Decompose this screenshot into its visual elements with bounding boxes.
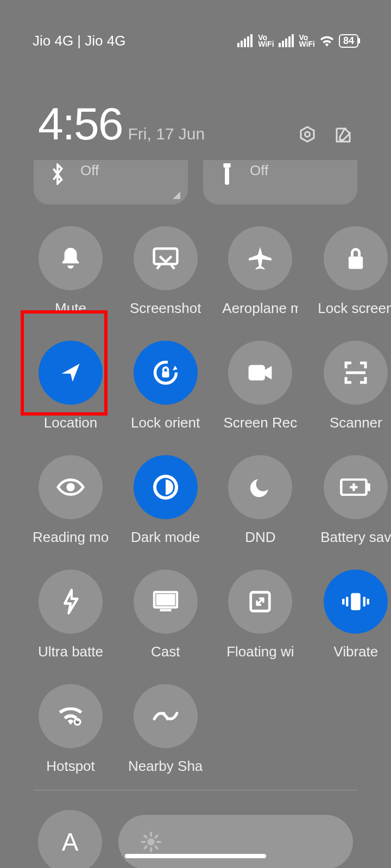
- battery-plus-icon: [340, 478, 371, 496]
- status-bar: Jio 4G | Jio 4G VoWiFi VoWiFi 84: [0, 0, 391, 81]
- location-tile[interactable]: Location: [33, 341, 109, 431]
- signal-icon-2: [279, 34, 294, 47]
- battery-icon: 84: [339, 34, 358, 48]
- aeroplane-tile[interactable]: Aeroplane m: [222, 226, 298, 317]
- floating-label: Floating wi: [226, 643, 294, 660]
- mute-tile[interactable]: Mute: [33, 226, 109, 317]
- auto-brightness-button[interactable]: A: [38, 810, 102, 868]
- scanner-tile[interactable]: Scanner: [318, 341, 391, 431]
- carrier-label: Jio 4G | Jio 4G: [33, 33, 126, 49]
- bluetooth-icon: [47, 162, 68, 185]
- hotspot-tile[interactable]: Hotspot: [33, 684, 109, 775]
- darkmode-tile[interactable]: Dark mode: [128, 455, 203, 546]
- signal-icon-1: [237, 34, 253, 47]
- brightness-icon: [140, 831, 162, 853]
- dark-mode-icon: [153, 474, 179, 500]
- clock-time: 4:56: [38, 98, 123, 150]
- svg-point-18: [147, 838, 154, 845]
- svg-line-23: [144, 835, 146, 837]
- batterysav-label: Battery sav: [320, 529, 391, 546]
- header: 4:56 Fri, 17 Jun: [0, 81, 391, 150]
- nearby-share-icon: [152, 708, 180, 724]
- svg-rect-16: [351, 593, 361, 610]
- scanner-label: Scanner: [330, 414, 382, 431]
- floating-tile[interactable]: Floating wi: [222, 570, 298, 660]
- reading-label: Reading mo: [33, 529, 109, 546]
- vibrate-label: Vibrate: [333, 643, 378, 660]
- settings-icon[interactable]: [298, 125, 317, 145]
- lockorient-label: Lock orient: [131, 414, 200, 431]
- volte-label-2: VoWiFi: [299, 34, 315, 47]
- svg-line-25: [144, 846, 146, 848]
- moon-icon: [248, 475, 272, 499]
- svg-line-24: [155, 846, 157, 848]
- torch-tile[interactable]: Torch Off: [203, 160, 357, 205]
- screenrec-label: Screen Rec: [223, 414, 297, 431]
- eye-icon: [56, 477, 85, 497]
- wifi-icon: [319, 35, 335, 47]
- reading-tile[interactable]: Reading mo: [33, 455, 109, 546]
- svg-point-8: [66, 483, 74, 491]
- svg-rect-4: [349, 257, 363, 269]
- status-icons: VoWiFi VoWiFi 84: [237, 34, 358, 48]
- ultrabatte-label: Ultra batte: [38, 643, 103, 660]
- svg-rect-6: [162, 372, 169, 378]
- cast-label: Cast: [151, 643, 180, 660]
- dnd-tile[interactable]: DND: [222, 455, 298, 546]
- torch-icon: [216, 162, 238, 186]
- cast-tile[interactable]: Cast: [128, 570, 203, 660]
- svg-rect-11: [368, 483, 370, 491]
- brightness-slider[interactable]: [118, 815, 353, 868]
- darkmode-label: Dark mode: [131, 529, 200, 546]
- svg-line-26: [155, 835, 157, 837]
- cast-icon: [152, 590, 179, 613]
- torch-status: Off: [250, 162, 285, 179]
- vibrate-tile[interactable]: Vibrate: [318, 570, 391, 660]
- ultrabatte-tile[interactable]: Ultra batte: [33, 570, 109, 660]
- nearby-tile[interactable]: Nearby Sha: [128, 684, 203, 775]
- nav-bar[interactable]: [125, 854, 266, 858]
- lockscreen-tile[interactable]: Lock screen: [318, 226, 391, 317]
- hotspot-icon: [57, 705, 84, 727]
- quick-settings-grid: Mute Screenshot Aeroplane m Lock screen …: [0, 205, 391, 775]
- svg-rect-13: [156, 594, 175, 605]
- screenshot-icon: [152, 246, 179, 270]
- screenshot-label: Screenshot: [130, 300, 201, 317]
- mute-label: Mute: [55, 300, 86, 317]
- svg-point-0: [305, 132, 310, 137]
- floating-window-icon: [248, 589, 273, 614]
- svg-rect-7: [249, 365, 265, 381]
- bell-icon: [58, 246, 83, 271]
- bluetooth-status: Off: [80, 162, 140, 179]
- vibrate-icon: [340, 591, 371, 612]
- lockorient-tile[interactable]: Lock orient: [128, 341, 203, 431]
- lockscreen-label: Lock screen: [318, 300, 391, 317]
- volte-label-1: VoWiFi: [258, 34, 274, 47]
- svg-rect-1: [223, 163, 230, 168]
- screenshot-tile[interactable]: Screenshot: [128, 226, 203, 317]
- bolt-icon: [61, 588, 80, 615]
- lock-rotation-icon: [152, 359, 180, 387]
- clock-date: Fri, 17 Jun: [128, 125, 205, 143]
- bluetooth-tile[interactable]: Bluetooth Off: [34, 160, 188, 205]
- edit-icon[interactable]: [333, 125, 353, 145]
- location-label: Location: [44, 414, 97, 431]
- video-icon: [247, 363, 274, 382]
- nearby-label: Nearby Sha: [128, 758, 203, 775]
- location-arrow-icon: [59, 361, 83, 385]
- hotspot-label: Hotspot: [46, 758, 95, 775]
- expand-icon[interactable]: [173, 192, 180, 199]
- screenrec-tile[interactable]: Screen Rec: [222, 341, 298, 431]
- lock-icon: [345, 246, 367, 271]
- svg-rect-2: [225, 168, 229, 185]
- airplane-icon: [247, 245, 274, 272]
- aeroplane-label: Aeroplane m: [222, 300, 298, 317]
- scanner-icon: [343, 360, 369, 386]
- batterysav-tile[interactable]: Battery sav: [318, 455, 391, 546]
- dnd-label: DND: [245, 529, 275, 546]
